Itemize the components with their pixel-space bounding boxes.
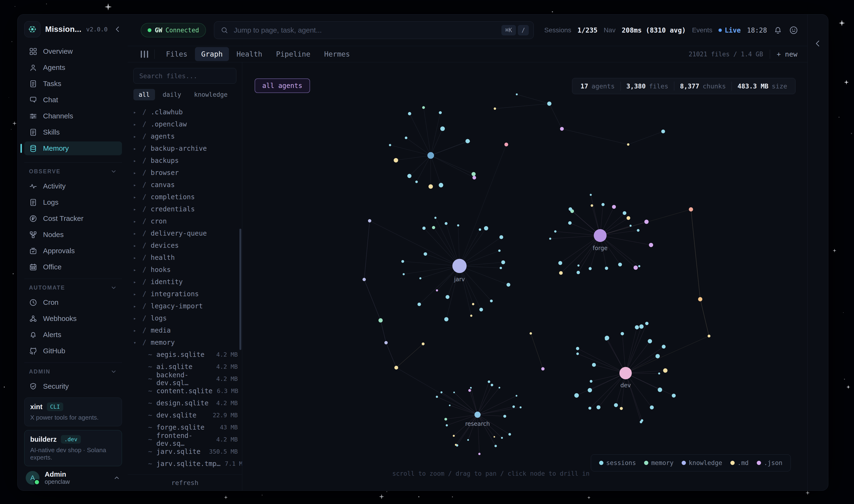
graph-node[interactable] bbox=[589, 267, 592, 270]
graph-node[interactable] bbox=[470, 387, 472, 389]
tree-folder[interactable]: ▸ / logs bbox=[133, 312, 238, 324]
refresh-button[interactable]: refresh bbox=[128, 474, 242, 490]
graph-node[interactable] bbox=[419, 277, 421, 279]
sidebar-item-skills[interactable]: Skills bbox=[24, 125, 122, 139]
graph-node[interactable] bbox=[626, 216, 630, 220]
graph-node[interactable] bbox=[446, 295, 449, 299]
graph-node[interactable] bbox=[379, 318, 383, 323]
tab-files[interactable]: Files bbox=[160, 47, 194, 61]
graph-node[interactable] bbox=[529, 332, 532, 335]
graph-node[interactable] bbox=[422, 342, 424, 345]
graph-node[interactable] bbox=[569, 207, 572, 211]
graph-node[interactable] bbox=[363, 278, 366, 281]
graph-node[interactable] bbox=[468, 389, 471, 392]
sidebar-item-overview[interactable]: Overview bbox=[24, 44, 122, 58]
graph-node[interactable] bbox=[395, 366, 398, 370]
graph-node[interactable] bbox=[689, 207, 693, 212]
graph-node[interactable] bbox=[577, 264, 579, 267]
sidebar-item-memory[interactable]: Memory bbox=[24, 141, 122, 155]
graph-node[interactable] bbox=[575, 393, 579, 398]
graph-node[interactable] bbox=[635, 325, 639, 329]
graph-node[interactable] bbox=[614, 403, 618, 407]
graph-node[interactable] bbox=[597, 406, 601, 409]
graph-node[interactable] bbox=[558, 261, 562, 265]
graph-node[interactable] bbox=[623, 211, 626, 215]
graph-node[interactable] bbox=[708, 335, 710, 338]
graph-node[interactable] bbox=[499, 235, 503, 239]
graph-node[interactable] bbox=[662, 345, 666, 348]
graph-node[interactable] bbox=[408, 112, 411, 115]
graph-node[interactable] bbox=[638, 265, 640, 267]
sidebar-item-tasks[interactable]: Tasks bbox=[24, 77, 122, 91]
graph-node[interactable] bbox=[655, 354, 660, 358]
tab-hermes[interactable]: Hermes bbox=[318, 47, 356, 61]
new-file-button[interactable]: + new bbox=[777, 50, 797, 58]
tree-file[interactable]: ~ jarv.sqlite.tmp… 7.1 MB bbox=[133, 458, 238, 470]
tree-file[interactable]: ~ dev.sqlite 22.9 MB bbox=[133, 409, 238, 421]
tree-folder[interactable]: ▸ / agents bbox=[133, 130, 238, 142]
graph-node[interactable] bbox=[589, 380, 593, 383]
graph-node[interactable] bbox=[490, 300, 493, 302]
graph-node[interactable] bbox=[549, 237, 551, 240]
agents-filter-chip[interactable]: all agents bbox=[255, 78, 310, 93]
tree-folder[interactable]: ▸ / backup-archive bbox=[133, 142, 238, 155]
graph-node[interactable] bbox=[453, 392, 455, 393]
graph-node[interactable] bbox=[661, 130, 665, 133]
section-header[interactable]: ADMIN bbox=[24, 368, 122, 375]
smiley-icon[interactable] bbox=[789, 25, 798, 35]
graph-node[interactable] bbox=[494, 107, 496, 110]
gateway-status-pill[interactable]: GW Connected bbox=[141, 23, 206, 37]
graph-node[interactable] bbox=[446, 424, 448, 426]
graph-node[interactable] bbox=[594, 229, 606, 242]
graph-node[interactable] bbox=[455, 444, 457, 446]
graph-node[interactable] bbox=[516, 93, 518, 95]
graph-node[interactable] bbox=[407, 174, 412, 178]
graph-node[interactable] bbox=[471, 172, 475, 176]
graph-node[interactable] bbox=[494, 445, 497, 447]
graph-node[interactable] bbox=[592, 363, 596, 366]
graph-node[interactable] bbox=[554, 230, 557, 233]
graph-node[interactable] bbox=[620, 407, 623, 410]
tree-folder[interactable]: ▸ / completions bbox=[133, 191, 238, 203]
graph-node[interactable] bbox=[439, 111, 442, 114]
graph-node[interactable] bbox=[645, 322, 649, 325]
tree-folder[interactable]: ▸ / canvas bbox=[133, 179, 238, 191]
graph-node[interactable] bbox=[440, 391, 442, 393]
tree-folder[interactable]: ▸ / devices bbox=[133, 239, 238, 252]
sidebar-item-github[interactable]: GitHub bbox=[24, 344, 122, 358]
tree-folder[interactable]: ▸ / identity bbox=[133, 276, 238, 288]
graph-node[interactable] bbox=[434, 217, 437, 219]
graph-node[interactable] bbox=[589, 194, 592, 196]
sidebar-item-cron[interactable]: Cron bbox=[24, 295, 122, 309]
graph-node[interactable] bbox=[491, 384, 493, 386]
graph-node[interactable] bbox=[576, 353, 579, 355]
promo-card-builderz[interactable]: builderz .dev AI-native dev shop · Solan… bbox=[24, 430, 122, 466]
filter-knowledge[interactable]: knowledge bbox=[189, 89, 233, 100]
graph-node[interactable] bbox=[618, 263, 622, 267]
graph-node[interactable] bbox=[649, 243, 653, 247]
tree-file[interactable]: ~ backend-dev.sql… 4.2 MB bbox=[133, 373, 238, 385]
sidebar-item-channels[interactable]: Channels bbox=[24, 109, 122, 123]
tree-folder[interactable]: ▸ / .clawhub bbox=[133, 106, 238, 118]
graph-node[interactable] bbox=[506, 283, 510, 287]
graph-node[interactable] bbox=[452, 259, 467, 273]
graph-node[interactable] bbox=[630, 225, 632, 227]
filter-daily[interactable]: daily bbox=[158, 89, 186, 100]
graph-node[interactable] bbox=[479, 308, 483, 311]
search-input[interactable] bbox=[233, 26, 495, 35]
sidebar-collapse-icon[interactable] bbox=[113, 25, 122, 34]
graph-node[interactable] bbox=[503, 415, 506, 418]
graph-node[interactable] bbox=[560, 127, 564, 131]
graph-node[interactable] bbox=[501, 260, 505, 264]
global-search[interactable]: ⌘K/ bbox=[214, 21, 534, 39]
tree-folder[interactable]: ▸ / browser bbox=[133, 167, 238, 179]
graph-node[interactable] bbox=[453, 435, 455, 437]
graph-node[interactable] bbox=[601, 203, 605, 206]
graph-node[interactable] bbox=[484, 226, 488, 230]
filter-all[interactable]: all bbox=[133, 89, 155, 100]
graph-node[interactable] bbox=[401, 260, 404, 263]
graph-node[interactable] bbox=[478, 453, 481, 455]
graph-node[interactable] bbox=[568, 221, 572, 225]
graph-node[interactable] bbox=[520, 406, 521, 408]
graph-node[interactable] bbox=[432, 226, 435, 229]
